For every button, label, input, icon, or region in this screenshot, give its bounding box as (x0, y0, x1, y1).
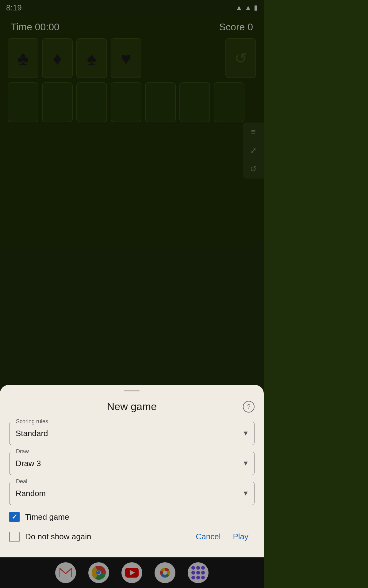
do-not-show-checkbox[interactable] (9, 532, 20, 542)
scoring-rules-field: Scoring rules Standard Vegas None ▼ (9, 422, 255, 445)
draw-field: Draw Draw 1 Draw 3 ▼ (9, 452, 255, 475)
deal-label: Deal (14, 478, 29, 485)
play-button[interactable]: Play (227, 528, 255, 545)
scoring-rules-label: Scoring rules (14, 418, 50, 425)
help-button[interactable]: ? (243, 401, 255, 413)
modal-header: New game ? (9, 401, 255, 413)
cancel-button[interactable]: Cancel (190, 528, 227, 545)
modal-title: New game (107, 401, 157, 413)
timed-game-row: Timed game (9, 512, 255, 522)
draw-select[interactable]: Draw 1 Draw 3 (9, 452, 255, 475)
new-game-modal: New game ? Scoring rules Standard Vegas … (0, 385, 264, 557)
timed-game-checkbox[interactable] (9, 512, 20, 522)
modal-footer: Do not show again Cancel Play (9, 528, 255, 545)
deal-field: Deal Random Specific ▼ (9, 482, 255, 505)
draw-label: Draw (14, 448, 31, 455)
deal-select[interactable]: Random Specific (9, 482, 255, 505)
timed-game-label: Timed game (25, 512, 69, 522)
do-not-show-label: Do not show again (25, 532, 91, 541)
help-icon: ? (247, 403, 250, 410)
do-not-show-row: Do not show again (9, 532, 190, 542)
scoring-rules-select[interactable]: Standard Vegas None (9, 422, 255, 445)
drag-handle (124, 390, 140, 391)
